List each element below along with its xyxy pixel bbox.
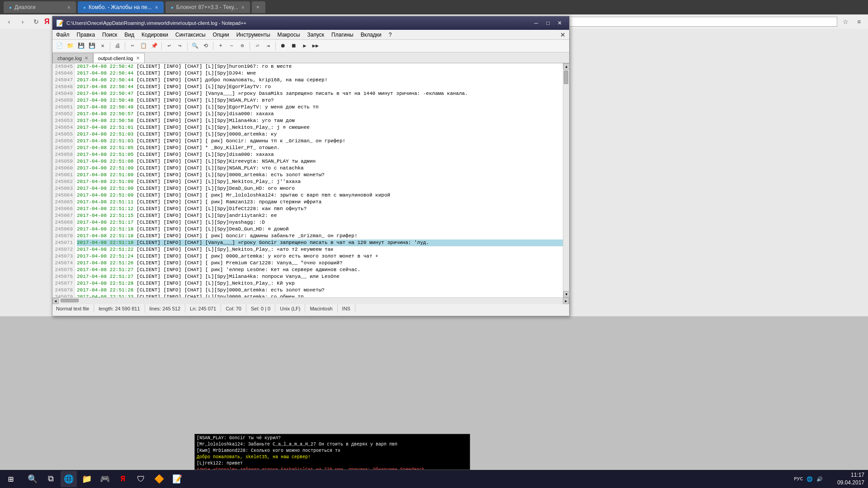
forward-button[interactable]: ›: [17, 16, 28, 27]
toolbar-zoom-in[interactable]: +: [216, 41, 226, 51]
toolbar-find[interactable]: 🔍: [190, 41, 200, 51]
taskbar-browser-icon[interactable]: 🌐: [61, 471, 77, 487]
toolbar-save[interactable]: 💾: [76, 41, 86, 51]
line-number-245076: 245076: [54, 273, 73, 280]
toolbar-replace[interactable]: ⟲: [201, 41, 211, 51]
refresh-button[interactable]: ↻: [31, 16, 42, 27]
menu-run[interactable]: Запуск: [304, 31, 328, 39]
log-line-245066: 2017-04-08 22:51:12 [CLIENT] [INFO] [CHA…: [77, 206, 563, 212]
toolbar-zoom-out[interactable]: −: [226, 41, 236, 51]
editor-tab-output[interactable]: output-client.log ✕: [93, 53, 145, 63]
toolbar-copy[interactable]: 📋: [138, 41, 148, 51]
toolbar-run[interactable]: ▶▶: [311, 41, 321, 51]
scroll-up-button[interactable]: ▲: [563, 63, 570, 70]
editor-content[interactable]: 2017-04-08 22:50:42 [CLIENT] [INFO] [CHA…: [75, 63, 563, 297]
menu-icon[interactable]: ≡: [854, 16, 864, 27]
editor-tab-output-close[interactable]: ✕: [136, 56, 140, 61]
toolbar-undo[interactable]: ↩: [164, 41, 174, 51]
toolbar-sep-2: [125, 42, 125, 50]
taskbar-tray: РУС 🌐 🔊: [794, 476, 823, 482]
maximize-button[interactable]: □: [542, 19, 554, 28]
taskbar-time: 11:17 09.04.2017: [837, 471, 864, 487]
back-button[interactable]: ‹: [4, 16, 14, 27]
editor-tab-change-close[interactable]: ✕: [85, 56, 88, 61]
menu-file[interactable]: Файл: [52, 31, 73, 39]
menu-options[interactable]: Опции: [209, 31, 233, 39]
toolbar-sep-5: [213, 42, 213, 50]
menu-search[interactable]: Поиск: [99, 31, 121, 39]
taskbar-search-icon[interactable]: 🔍: [24, 471, 41, 487]
browser-tab-kombo[interactable]: ● Комбо. - Жалобы на пе... ✕: [78, 1, 164, 13]
browser-new-tab[interactable]: +: [252, 1, 265, 13]
toolbar-open[interactable]: 📁: [65, 41, 75, 51]
menu-encoding[interactable]: Кодировки: [138, 31, 172, 39]
toolbar-indent[interactable]: ⇥: [263, 41, 273, 51]
game-chat-line-0: [NSAN_PLAY: Goncir ты чё курил?: [197, 435, 468, 441]
h-scroll-thumb[interactable]: [61, 299, 79, 302]
menubar: Файл Правка Поиск Вид Кодировки Синтакси…: [52, 30, 569, 40]
h-scroll-track[interactable]: [59, 298, 563, 304]
toolbar-print[interactable]: 🖨: [113, 41, 123, 51]
tab-close-bloknot-icon[interactable]: ✕: [241, 5, 245, 10]
scroll-track[interactable]: [563, 70, 569, 291]
log-line-245065: 2017-04-08 22:51:11 [CLIENT] [INFO] [CHA…: [77, 199, 563, 206]
scroll-left-button[interactable]: ◄: [52, 298, 59, 304]
toolbar-macro-stop[interactable]: ⏹: [289, 41, 299, 51]
taskbar-yandex2-icon[interactable]: 🔶: [151, 471, 167, 487]
log-line-245047: 2017-04-08 22:50:44 [CLIENT] [INFO] [CHA…: [77, 77, 563, 84]
menu-help[interactable]: ?: [385, 31, 396, 39]
minimize-button[interactable]: ─: [530, 19, 542, 28]
menu-tools[interactable]: Инструменты: [233, 31, 274, 39]
toolbar-restore-zoom[interactable]: ⊙: [237, 41, 247, 51]
menu-macros[interactable]: Макросы: [274, 31, 304, 39]
menu-tabs[interactable]: Вкладки: [357, 31, 385, 39]
vertical-scrollbar[interactable]: ▲ ▼: [563, 63, 569, 297]
scroll-right-button[interactable]: ►: [563, 298, 569, 304]
menu-syntax[interactable]: Синтаксисы: [172, 31, 209, 39]
editor-tab-change[interactable]: change.log ✕: [52, 53, 93, 63]
line-number-245067: 245067: [54, 212, 73, 219]
status-bar: Normal text file length: 24 590 811 line…: [52, 304, 569, 313]
line-number-245068: 245068: [54, 219, 73, 226]
menu-view[interactable]: Вид: [121, 31, 138, 39]
menu-edit[interactable]: Правка: [73, 31, 99, 39]
toolbar-close[interactable]: ✕: [98, 41, 108, 51]
taskbar-notepad-icon[interactable]: 📝: [169, 471, 185, 487]
toolbar-wrap[interactable]: ⏎: [252, 41, 262, 51]
line-numbers: 2450452450462450472450482450492450502450…: [52, 63, 75, 297]
close-button[interactable]: ✕: [554, 19, 566, 28]
horizontal-scrollbar[interactable]: ◄ ►: [52, 297, 569, 304]
taskbar-steam-icon[interactable]: 🎮: [97, 471, 113, 487]
tab-close-active-icon[interactable]: ✕: [155, 5, 158, 10]
line-number-245079: 245079: [54, 294, 73, 297]
tab-close-icon[interactable]: ✕: [67, 5, 71, 10]
toolbar-redo[interactable]: ↪: [175, 41, 185, 51]
toolbar-new[interactable]: 📄: [54, 41, 64, 51]
toolbar-cut[interactable]: ✂: [127, 41, 137, 51]
menu-close-x-button[interactable]: ✕: [557, 30, 569, 39]
start-button[interactable]: ⊞: [0, 470, 22, 488]
taskbar-files-icon[interactable]: 📁: [79, 471, 95, 487]
line-number-245064: 245064: [54, 192, 73, 199]
scroll-thumb[interactable]: [564, 70, 568, 84]
taskbar-kaspersky-icon[interactable]: 🛡: [133, 471, 149, 487]
line-number-245074: 245074: [54, 260, 73, 267]
menu-plugins[interactable]: Плагины: [328, 31, 357, 39]
log-line-245057: 2017-04-08 22:51:05 [CLIENT] [INFO] [CHA…: [77, 145, 563, 151]
toolbar-macro-record[interactable]: ⏺: [278, 41, 288, 51]
log-line-245070: 2017-04-08 22:51:18 [CLIENT] [INFO] [CHA…: [77, 233, 563, 239]
browser-tab-dialogi[interactable]: ● Диалоги ✕: [4, 1, 76, 13]
scroll-down-button[interactable]: ▼: [563, 291, 570, 297]
log-line-245045: 2017-04-08 22:50:42 [CLIENT] [INFO] [CHA…: [77, 63, 563, 70]
browser-tab-bloknot[interactable]: ● Блокнот 87++3.3 - Теку... ✕: [165, 1, 250, 13]
toolbar-paste[interactable]: 📌: [149, 41, 159, 51]
log-line-245068: 2017-04-08 22:51:17 [CLIENT] [INFO] [CHA…: [77, 219, 563, 226]
bookmark-icon[interactable]: ☆: [840, 16, 851, 27]
toolbar-saveall[interactable]: 💾: [87, 41, 97, 51]
log-line-245053: 2017-04-08 22:50:58 [CLIENT] [INFO] [CHA…: [77, 117, 563, 124]
taskbar-taskview-icon[interactable]: ⧉: [42, 471, 59, 487]
toolbar-macro-play[interactable]: ▶: [300, 41, 310, 51]
taskbar-yandex-icon[interactable]: Я: [115, 471, 131, 487]
game-chat-line-4: [Ljrek122: привет: [197, 460, 468, 467]
log-line-245076: 2017-04-08 22:51:27 [CLIENT] [INFO] [CHA…: [77, 273, 563, 280]
